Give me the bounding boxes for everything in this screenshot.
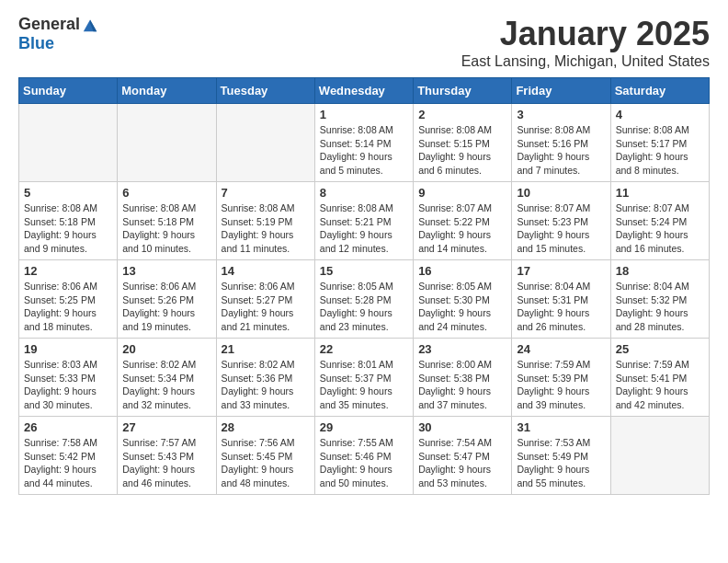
weekday-header: Tuesday	[216, 78, 314, 104]
day-number: 15	[320, 264, 408, 278]
day-number: 9	[418, 186, 506, 200]
calendar-cell: 18Sunrise: 8:04 AMSunset: 5:32 PMDayligh…	[610, 260, 709, 339]
day-detail: Sunrise: 8:02 AMSunset: 5:36 PMDaylight:…	[222, 358, 310, 412]
logo-blue-text: Blue	[18, 34, 54, 53]
day-number: 24	[517, 342, 605, 356]
day-detail: Sunrise: 7:56 AMSunset: 5:45 PMDaylight:…	[222, 436, 310, 490]
calendar-table: SundayMondayTuesdayWednesdayThursdayFrid…	[18, 77, 710, 495]
weekday-header: Sunday	[19, 78, 118, 104]
day-detail: Sunrise: 8:07 AMSunset: 5:22 PMDaylight:…	[418, 201, 506, 256]
day-number: 12	[24, 264, 112, 278]
day-number: 28	[222, 420, 310, 434]
month-title: January 2025	[461, 15, 710, 53]
calendar-cell	[118, 104, 216, 182]
day-number: 2	[418, 108, 506, 121]
calendar-cell	[216, 104, 314, 182]
day-detail: Sunrise: 8:08 AMSunset: 5:14 PMDaylight:…	[320, 123, 408, 178]
day-detail: Sunrise: 7:57 AMSunset: 5:43 PMDaylight:…	[122, 436, 210, 490]
calendar-week-row: 26Sunrise: 7:58 AMSunset: 5:42 PMDayligh…	[19, 417, 710, 495]
day-number: 4	[616, 108, 704, 121]
day-number: 13	[122, 264, 210, 278]
calendar-cell: 10Sunrise: 8:07 AMSunset: 5:23 PMDayligh…	[512, 182, 610, 260]
calendar-cell: 6Sunrise: 8:08 AMSunset: 5:18 PMDaylight…	[118, 182, 216, 260]
calendar-cell	[610, 417, 709, 495]
calendar-cell: 19Sunrise: 8:03 AMSunset: 5:33 PMDayligh…	[19, 339, 118, 417]
day-number: 11	[616, 186, 704, 200]
calendar-cell: 8Sunrise: 8:08 AMSunset: 5:21 PMDaylight…	[314, 182, 413, 260]
calendar-cell: 17Sunrise: 8:04 AMSunset: 5:31 PMDayligh…	[512, 260, 610, 339]
weekday-header-row: SundayMondayTuesdayWednesdayThursdayFrid…	[19, 78, 710, 104]
calendar-cell: 16Sunrise: 8:05 AMSunset: 5:30 PMDayligh…	[414, 260, 512, 339]
day-detail: Sunrise: 8:03 AMSunset: 5:33 PMDaylight:…	[24, 358, 112, 412]
location-text: East Lansing, Michigan, United States	[461, 53, 710, 70]
day-number: 18	[616, 264, 704, 278]
day-detail: Sunrise: 8:04 AMSunset: 5:32 PMDaylight:…	[616, 280, 704, 334]
calendar-week-row: 19Sunrise: 8:03 AMSunset: 5:33 PMDayligh…	[19, 339, 710, 417]
weekday-header: Thursday	[414, 78, 512, 104]
day-number: 6	[122, 186, 210, 200]
calendar-cell: 23Sunrise: 8:00 AMSunset: 5:38 PMDayligh…	[414, 339, 512, 417]
day-detail: Sunrise: 8:04 AMSunset: 5:31 PMDaylight:…	[517, 280, 605, 334]
day-number: 14	[222, 264, 310, 278]
day-detail: Sunrise: 8:05 AMSunset: 5:30 PMDaylight:…	[418, 280, 506, 334]
day-detail: Sunrise: 7:59 AMSunset: 5:39 PMDaylight:…	[517, 358, 605, 412]
logo-general-text: General	[18, 15, 80, 34]
calendar-cell: 13Sunrise: 8:06 AMSunset: 5:26 PMDayligh…	[118, 260, 216, 339]
calendar-cell: 14Sunrise: 8:06 AMSunset: 5:27 PMDayligh…	[216, 260, 314, 339]
day-detail: Sunrise: 7:54 AMSunset: 5:47 PMDaylight:…	[418, 436, 506, 490]
calendar-cell: 22Sunrise: 8:01 AMSunset: 5:37 PMDayligh…	[314, 339, 413, 417]
day-detail: Sunrise: 8:06 AMSunset: 5:25 PMDaylight:…	[24, 280, 112, 334]
day-detail: Sunrise: 8:08 AMSunset: 5:18 PMDaylight:…	[122, 201, 210, 256]
day-detail: Sunrise: 8:08 AMSunset: 5:21 PMDaylight:…	[320, 201, 408, 256]
weekday-header: Monday	[118, 78, 216, 104]
logo-icon	[82, 17, 98, 33]
day-number: 7	[222, 186, 310, 200]
day-detail: Sunrise: 8:02 AMSunset: 5:34 PMDaylight:…	[122, 358, 210, 412]
day-detail: Sunrise: 8:06 AMSunset: 5:27 PMDaylight:…	[222, 280, 310, 334]
day-detail: Sunrise: 8:07 AMSunset: 5:24 PMDaylight:…	[616, 201, 704, 256]
day-detail: Sunrise: 8:06 AMSunset: 5:26 PMDaylight:…	[122, 280, 210, 334]
day-detail: Sunrise: 8:05 AMSunset: 5:28 PMDaylight:…	[320, 280, 408, 334]
calendar-week-row: 1Sunrise: 8:08 AMSunset: 5:14 PMDaylight…	[19, 104, 710, 182]
calendar-cell: 20Sunrise: 8:02 AMSunset: 5:34 PMDayligh…	[118, 339, 216, 417]
day-detail: Sunrise: 8:08 AMSunset: 5:18 PMDaylight:…	[24, 201, 112, 256]
calendar-cell: 24Sunrise: 7:59 AMSunset: 5:39 PMDayligh…	[512, 339, 610, 417]
calendar-cell: 30Sunrise: 7:54 AMSunset: 5:47 PMDayligh…	[414, 417, 512, 495]
day-number: 21	[222, 342, 310, 356]
calendar-cell: 31Sunrise: 7:53 AMSunset: 5:49 PMDayligh…	[512, 417, 610, 495]
day-number: 16	[418, 264, 506, 278]
calendar-cell: 9Sunrise: 8:07 AMSunset: 5:22 PMDaylight…	[414, 182, 512, 260]
day-number: 17	[517, 264, 605, 278]
calendar-cell: 25Sunrise: 7:59 AMSunset: 5:41 PMDayligh…	[610, 339, 709, 417]
day-number: 5	[24, 186, 112, 200]
calendar-cell: 1Sunrise: 8:08 AMSunset: 5:14 PMDaylight…	[314, 104, 413, 182]
calendar-cell: 11Sunrise: 8:07 AMSunset: 5:24 PMDayligh…	[610, 182, 709, 260]
calendar-cell: 12Sunrise: 8:06 AMSunset: 5:25 PMDayligh…	[19, 260, 118, 339]
calendar-cell	[19, 104, 118, 182]
day-number: 3	[517, 108, 605, 121]
day-number: 30	[418, 420, 506, 434]
weekday-header: Friday	[512, 78, 610, 104]
day-number: 8	[320, 186, 408, 200]
title-section: January 2025 East Lansing, Michigan, Uni…	[461, 15, 710, 70]
day-number: 1	[320, 108, 408, 121]
day-detail: Sunrise: 8:00 AMSunset: 5:38 PMDaylight:…	[418, 358, 506, 412]
day-detail: Sunrise: 7:53 AMSunset: 5:49 PMDaylight:…	[517, 436, 605, 490]
calendar-cell: 7Sunrise: 8:08 AMSunset: 5:19 PMDaylight…	[216, 182, 314, 260]
calendar-cell: 2Sunrise: 8:08 AMSunset: 5:15 PMDaylight…	[414, 104, 512, 182]
day-detail: Sunrise: 8:08 AMSunset: 5:19 PMDaylight:…	[222, 201, 310, 256]
calendar-cell: 4Sunrise: 8:08 AMSunset: 5:17 PMDaylight…	[610, 104, 709, 182]
calendar-cell: 3Sunrise: 8:08 AMSunset: 5:16 PMDaylight…	[512, 104, 610, 182]
calendar-cell: 29Sunrise: 7:55 AMSunset: 5:46 PMDayligh…	[314, 417, 413, 495]
day-detail: Sunrise: 7:55 AMSunset: 5:46 PMDaylight:…	[320, 436, 408, 490]
day-detail: Sunrise: 8:08 AMSunset: 5:15 PMDaylight:…	[418, 123, 506, 178]
page-header: General Blue January 2025 East Lansing, …	[0, 0, 728, 77]
calendar-cell: 15Sunrise: 8:05 AMSunset: 5:28 PMDayligh…	[314, 260, 413, 339]
day-detail: Sunrise: 8:07 AMSunset: 5:23 PMDaylight:…	[517, 201, 605, 256]
calendar-week-row: 5Sunrise: 8:08 AMSunset: 5:18 PMDaylight…	[19, 182, 710, 260]
day-number: 20	[122, 342, 210, 356]
day-number: 10	[517, 186, 605, 200]
day-number: 26	[24, 420, 112, 434]
day-detail: Sunrise: 7:59 AMSunset: 5:41 PMDaylight:…	[616, 358, 704, 412]
calendar-cell: 26Sunrise: 7:58 AMSunset: 5:42 PMDayligh…	[19, 417, 118, 495]
